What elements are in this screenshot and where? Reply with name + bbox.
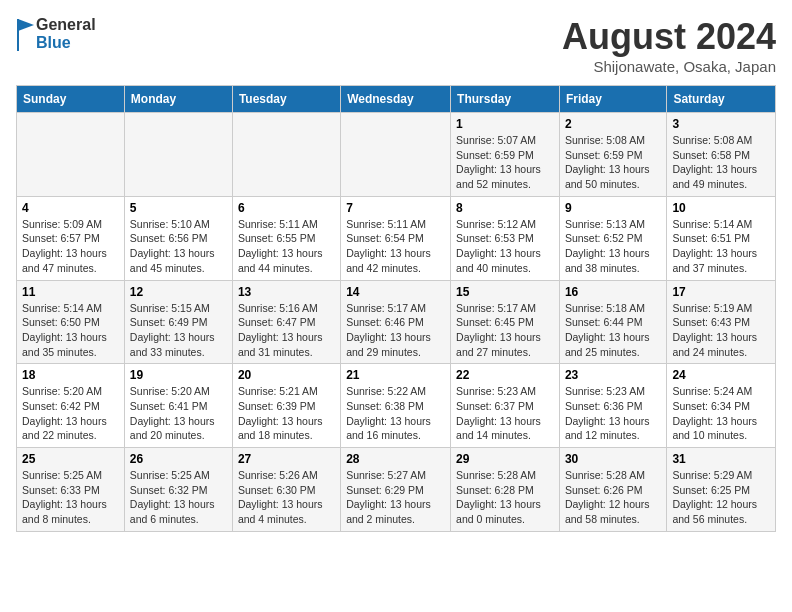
calendar-cell: 30Sunrise: 5:28 AMSunset: 6:26 PMDayligh…	[559, 448, 666, 532]
calendar-cell: 16Sunrise: 5:18 AMSunset: 6:44 PMDayligh…	[559, 280, 666, 364]
day-info: Sunrise: 5:21 AMSunset: 6:39 PMDaylight:…	[238, 384, 335, 443]
weekday-header-friday: Friday	[559, 86, 666, 113]
day-number: 7	[346, 201, 445, 215]
day-number: 27	[238, 452, 335, 466]
calendar-cell: 9Sunrise: 5:13 AMSunset: 6:52 PMDaylight…	[559, 196, 666, 280]
weekday-header-saturday: Saturday	[667, 86, 776, 113]
day-info: Sunrise: 5:15 AMSunset: 6:49 PMDaylight:…	[130, 301, 227, 360]
day-number: 6	[238, 201, 335, 215]
calendar-cell: 14Sunrise: 5:17 AMSunset: 6:46 PMDayligh…	[341, 280, 451, 364]
day-info: Sunrise: 5:13 AMSunset: 6:52 PMDaylight:…	[565, 217, 661, 276]
calendar-table: SundayMondayTuesdayWednesdayThursdayFrid…	[16, 85, 776, 532]
day-info: Sunrise: 5:23 AMSunset: 6:37 PMDaylight:…	[456, 384, 554, 443]
logo-text: General Blue	[36, 16, 96, 51]
day-number: 15	[456, 285, 554, 299]
day-number: 24	[672, 368, 770, 382]
weekday-header-sunday: Sunday	[17, 86, 125, 113]
day-info: Sunrise: 5:08 AMSunset: 6:58 PMDaylight:…	[672, 133, 770, 192]
day-number: 30	[565, 452, 661, 466]
day-info: Sunrise: 5:07 AMSunset: 6:59 PMDaylight:…	[456, 133, 554, 192]
calendar-week-row: 18Sunrise: 5:20 AMSunset: 6:42 PMDayligh…	[17, 364, 776, 448]
day-info: Sunrise: 5:29 AMSunset: 6:25 PMDaylight:…	[672, 468, 770, 527]
day-info: Sunrise: 5:11 AMSunset: 6:55 PMDaylight:…	[238, 217, 335, 276]
calendar-cell: 31Sunrise: 5:29 AMSunset: 6:25 PMDayligh…	[667, 448, 776, 532]
calendar-cell: 29Sunrise: 5:28 AMSunset: 6:28 PMDayligh…	[451, 448, 560, 532]
day-info: Sunrise: 5:14 AMSunset: 6:50 PMDaylight:…	[22, 301, 119, 360]
calendar-cell	[17, 113, 125, 197]
day-number: 12	[130, 285, 227, 299]
logo-container: General Blue	[16, 16, 96, 51]
day-info: Sunrise: 5:20 AMSunset: 6:42 PMDaylight:…	[22, 384, 119, 443]
calendar-cell: 25Sunrise: 5:25 AMSunset: 6:33 PMDayligh…	[17, 448, 125, 532]
calendar-cell: 26Sunrise: 5:25 AMSunset: 6:32 PMDayligh…	[124, 448, 232, 532]
day-number: 23	[565, 368, 661, 382]
calendar-cell: 3Sunrise: 5:08 AMSunset: 6:58 PMDaylight…	[667, 113, 776, 197]
calendar-cell: 15Sunrise: 5:17 AMSunset: 6:45 PMDayligh…	[451, 280, 560, 364]
day-info: Sunrise: 5:25 AMSunset: 6:32 PMDaylight:…	[130, 468, 227, 527]
title-block: August 2024 Shijonawate, Osaka, Japan	[562, 16, 776, 75]
calendar-week-row: 4Sunrise: 5:09 AMSunset: 6:57 PMDaylight…	[17, 196, 776, 280]
day-number: 29	[456, 452, 554, 466]
day-number: 1	[456, 117, 554, 131]
day-info: Sunrise: 5:26 AMSunset: 6:30 PMDaylight:…	[238, 468, 335, 527]
weekday-header-tuesday: Tuesday	[232, 86, 340, 113]
calendar-cell: 19Sunrise: 5:20 AMSunset: 6:41 PMDayligh…	[124, 364, 232, 448]
calendar-cell: 13Sunrise: 5:16 AMSunset: 6:47 PMDayligh…	[232, 280, 340, 364]
day-info: Sunrise: 5:24 AMSunset: 6:34 PMDaylight:…	[672, 384, 770, 443]
calendar-cell: 24Sunrise: 5:24 AMSunset: 6:34 PMDayligh…	[667, 364, 776, 448]
day-number: 5	[130, 201, 227, 215]
calendar-cell: 10Sunrise: 5:14 AMSunset: 6:51 PMDayligh…	[667, 196, 776, 280]
day-number: 16	[565, 285, 661, 299]
calendar-week-row: 25Sunrise: 5:25 AMSunset: 6:33 PMDayligh…	[17, 448, 776, 532]
calendar-cell: 12Sunrise: 5:15 AMSunset: 6:49 PMDayligh…	[124, 280, 232, 364]
calendar-cell: 17Sunrise: 5:19 AMSunset: 6:43 PMDayligh…	[667, 280, 776, 364]
day-number: 26	[130, 452, 227, 466]
day-number: 10	[672, 201, 770, 215]
day-info: Sunrise: 5:23 AMSunset: 6:36 PMDaylight:…	[565, 384, 661, 443]
month-year-title: August 2024	[562, 16, 776, 58]
day-number: 13	[238, 285, 335, 299]
logo-general: General	[36, 16, 96, 34]
calendar-cell: 8Sunrise: 5:12 AMSunset: 6:53 PMDaylight…	[451, 196, 560, 280]
day-number: 19	[130, 368, 227, 382]
calendar-cell: 18Sunrise: 5:20 AMSunset: 6:42 PMDayligh…	[17, 364, 125, 448]
day-info: Sunrise: 5:27 AMSunset: 6:29 PMDaylight:…	[346, 468, 445, 527]
calendar-cell: 11Sunrise: 5:14 AMSunset: 6:50 PMDayligh…	[17, 280, 125, 364]
day-info: Sunrise: 5:09 AMSunset: 6:57 PMDaylight:…	[22, 217, 119, 276]
day-info: Sunrise: 5:25 AMSunset: 6:33 PMDaylight:…	[22, 468, 119, 527]
logo-flag-icon	[16, 17, 34, 51]
calendar-cell: 4Sunrise: 5:09 AMSunset: 6:57 PMDaylight…	[17, 196, 125, 280]
day-info: Sunrise: 5:18 AMSunset: 6:44 PMDaylight:…	[565, 301, 661, 360]
day-number: 22	[456, 368, 554, 382]
day-number: 18	[22, 368, 119, 382]
calendar-cell: 23Sunrise: 5:23 AMSunset: 6:36 PMDayligh…	[559, 364, 666, 448]
calendar-cell: 20Sunrise: 5:21 AMSunset: 6:39 PMDayligh…	[232, 364, 340, 448]
day-info: Sunrise: 5:19 AMSunset: 6:43 PMDaylight:…	[672, 301, 770, 360]
calendar-cell	[124, 113, 232, 197]
calendar-cell: 27Sunrise: 5:26 AMSunset: 6:30 PMDayligh…	[232, 448, 340, 532]
calendar-cell: 22Sunrise: 5:23 AMSunset: 6:37 PMDayligh…	[451, 364, 560, 448]
day-info: Sunrise: 5:08 AMSunset: 6:59 PMDaylight:…	[565, 133, 661, 192]
page-header: General Blue August 2024 Shijonawate, Os…	[16, 16, 776, 75]
day-info: Sunrise: 5:14 AMSunset: 6:51 PMDaylight:…	[672, 217, 770, 276]
day-info: Sunrise: 5:28 AMSunset: 6:28 PMDaylight:…	[456, 468, 554, 527]
day-info: Sunrise: 5:10 AMSunset: 6:56 PMDaylight:…	[130, 217, 227, 276]
calendar-cell: 5Sunrise: 5:10 AMSunset: 6:56 PMDaylight…	[124, 196, 232, 280]
day-number: 3	[672, 117, 770, 131]
day-info: Sunrise: 5:16 AMSunset: 6:47 PMDaylight:…	[238, 301, 335, 360]
calendar-week-row: 11Sunrise: 5:14 AMSunset: 6:50 PMDayligh…	[17, 280, 776, 364]
logo: General Blue	[16, 16, 96, 51]
calendar-cell: 6Sunrise: 5:11 AMSunset: 6:55 PMDaylight…	[232, 196, 340, 280]
calendar-cell: 28Sunrise: 5:27 AMSunset: 6:29 PMDayligh…	[341, 448, 451, 532]
weekday-header-monday: Monday	[124, 86, 232, 113]
day-number: 21	[346, 368, 445, 382]
day-number: 8	[456, 201, 554, 215]
day-number: 4	[22, 201, 119, 215]
day-info: Sunrise: 5:17 AMSunset: 6:46 PMDaylight:…	[346, 301, 445, 360]
location-subtitle: Shijonawate, Osaka, Japan	[562, 58, 776, 75]
day-info: Sunrise: 5:11 AMSunset: 6:54 PMDaylight:…	[346, 217, 445, 276]
weekday-header-thursday: Thursday	[451, 86, 560, 113]
day-info: Sunrise: 5:12 AMSunset: 6:53 PMDaylight:…	[456, 217, 554, 276]
svg-marker-0	[18, 19, 34, 31]
day-info: Sunrise: 5:28 AMSunset: 6:26 PMDaylight:…	[565, 468, 661, 527]
